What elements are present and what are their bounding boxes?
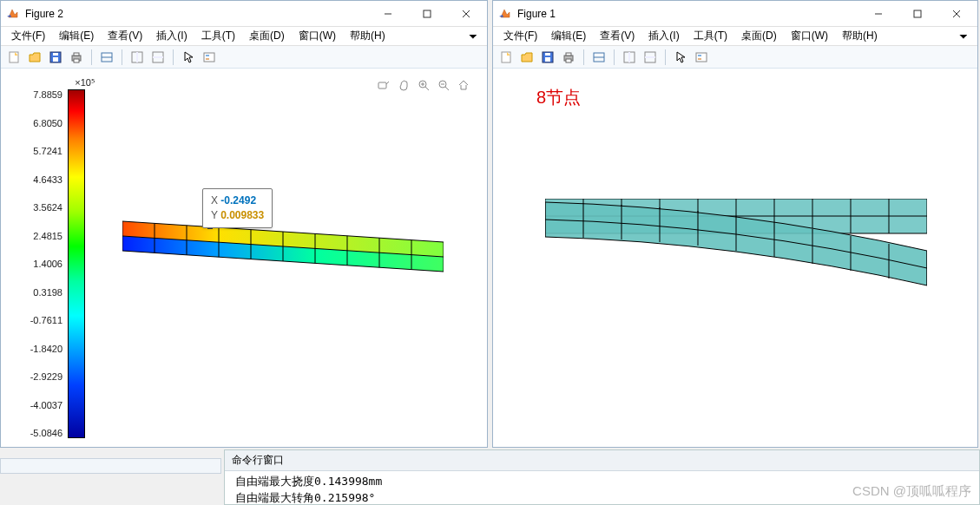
svg-rect-46 [502,52,510,62]
open-icon[interactable] [25,48,44,67]
menu-window[interactable]: 窗口(W) [292,27,343,45]
menu-insert[interactable]: 插入(I) [641,27,686,45]
close-button[interactable] [446,2,485,26]
figure-2-title: Figure 2 [25,8,368,20]
menu-help[interactable]: 帮助(H) [835,27,885,45]
figure-2-axes[interactable]: ×10⁵ 7.8859 6.8050 5.7241 4.6433 3.5624 … [1,69,487,447]
menu-desktop[interactable]: 桌面(D) [734,27,784,45]
figure-1-titlebar[interactable]: Figure 1 [493,1,977,27]
svg-rect-7 [53,53,58,56]
svg-rect-10 [74,59,79,62]
pointer-icon[interactable] [671,48,690,67]
datatip-x: X -0.2492 [211,193,264,208]
menu-edit[interactable]: 编辑(E) [52,27,101,45]
menu-view[interactable]: 查看(V) [101,27,149,45]
colorbar-tick: -0.7611 [20,315,62,325]
colorbar-tick: 3.5624 [20,202,62,213]
svg-rect-56 [628,52,630,62]
svg-rect-58 [645,56,655,58]
close-button[interactable] [937,2,976,26]
figure-2-window: Figure 2 文件(F) 编辑(E) 查看(V) 插入(I) 工具(T) 桌… [0,0,488,448]
menu-file[interactable]: 文件(F) [4,27,52,45]
datatip-y: Y 0.009833 [211,208,264,223]
axes-toolbar [376,77,471,93]
figure-1-menubar: 文件(F) 编辑(E) 查看(V) 插入(I) 工具(T) 桌面(D) 窗口(W… [493,27,977,46]
menu-edit[interactable]: 编辑(E) [544,27,593,45]
maximize-button[interactable] [898,2,937,26]
colorbar: ×10⁵ 7.8859 6.8050 5.7241 4.6433 3.5624 … [20,77,98,438]
figure-1-axes[interactable]: 8节点 [493,69,977,447]
menu-window[interactable]: 窗口(W) [784,27,835,45]
new-figure-icon[interactable] [4,48,23,67]
svg-rect-52 [566,59,571,62]
background-panel-strip [0,458,221,474]
datatip[interactable]: X -0.2492 Y 0.009833 [202,188,273,228]
minimize-button[interactable] [858,2,898,26]
svg-rect-20 [378,82,386,89]
link-icon[interactable] [97,48,116,67]
colorbar-gradient [68,89,85,438]
colorbar-tick: -1.8420 [20,344,62,354]
edit-plot-icon[interactable] [620,48,639,67]
brush-icon[interactable] [376,77,391,93]
insert-colorbar-icon[interactable] [148,48,168,67]
colorbar-exponent: ×10⁵ [20,77,98,89]
matlab-icon [6,7,20,21]
figure-2-menubar: 文件(F) 编辑(E) 查看(V) 插入(I) 工具(T) 桌面(D) 窗口(W… [1,27,487,46]
command-window-title: 命令行窗口 [225,450,979,471]
figure-2-titlebar[interactable]: Figure 2 [1,1,487,27]
home-icon[interactable] [456,77,471,93]
svg-rect-59 [696,53,707,62]
menu-expand-icon[interactable]: ⏷ [953,30,974,43]
toolbar-separator [614,49,615,65]
command-window-body[interactable]: 自由端最大挠度0.143998mm 自由端最大转角0.215998° [225,471,979,504]
command-output-line: 自由端最大转角0.215998° [235,490,969,504]
minimize-button[interactable] [368,2,407,26]
svg-line-26 [445,87,449,90]
menu-desktop[interactable]: 桌面(D) [242,27,292,45]
toolbar-separator [583,49,584,65]
insert-legend-icon[interactable] [200,48,219,67]
save-icon[interactable] [538,48,557,67]
menu-file[interactable]: 文件(F) [497,27,544,45]
print-icon[interactable] [67,48,86,67]
toolbar-separator [173,49,174,65]
edit-plot-icon[interactable] [128,48,147,67]
menu-tools[interactable]: 工具(T) [687,27,734,45]
print-icon[interactable] [559,48,578,67]
menu-tools[interactable]: 工具(T) [194,27,242,45]
colorbar-tick: -5.0846 [20,428,62,438]
plot-title: 8节点 [536,86,581,109]
menu-view[interactable]: 查看(V) [593,27,641,45]
zoom-in-icon[interactable] [416,77,431,93]
toolbar-separator [665,49,666,65]
svg-rect-9 [74,53,79,56]
svg-rect-43 [914,10,921,17]
svg-rect-51 [566,53,571,56]
menu-help[interactable]: 帮助(H) [343,27,392,45]
link-icon[interactable] [589,48,608,67]
open-icon[interactable] [517,48,536,67]
menu-insert[interactable]: 插入(I) [149,27,194,45]
figure-1-window: Figure 1 文件(F) 编辑(E) 查看(V) 插入(I) 工具(T) 桌… [492,0,978,448]
svg-rect-49 [545,53,550,56]
colorbar-ticks: 7.8859 6.8050 5.7241 4.6433 3.5624 2.481… [20,89,68,438]
toolbar-separator [122,49,122,65]
zoom-out-icon[interactable] [436,77,451,93]
colorbar-tick: 7.8859 [20,89,62,100]
insert-colorbar-icon[interactable] [641,48,660,67]
command-window[interactable]: 命令行窗口 自由端最大挠度0.143998mm 自由端最大转角0.215998° [224,449,980,505]
colorbar-tick: -2.9229 [20,371,62,382]
pointer-icon[interactable] [179,48,198,67]
insert-legend-icon[interactable] [692,48,711,67]
svg-rect-6 [53,57,58,62]
maximize-button[interactable] [407,2,446,26]
matlab-icon [498,7,512,21]
menu-expand-icon[interactable]: ⏷ [463,30,483,43]
colorbar-tick: 5.7241 [20,146,62,156]
svg-rect-1 [424,10,431,17]
pan-icon[interactable] [396,77,411,93]
save-icon[interactable] [46,48,65,67]
colorbar-tick: 4.6433 [20,174,62,185]
new-figure-icon[interactable] [497,48,516,67]
